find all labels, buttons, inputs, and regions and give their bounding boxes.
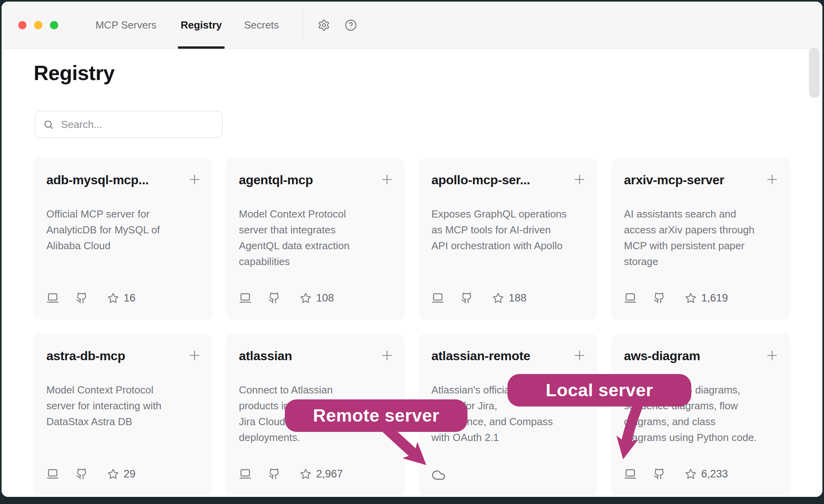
laptop-icon — [239, 468, 252, 480]
server-description: Official MCP server for AnalyticDB for M… — [46, 206, 203, 254]
github-icon — [461, 292, 473, 304]
remote-server-callout: Remote server — [285, 399, 467, 432]
search-box[interactable] — [35, 111, 223, 138]
star-count: 1,619 — [701, 292, 728, 304]
laptop-icon — [46, 292, 59, 304]
server-name: atlassian-remote — [431, 349, 564, 363]
github-icon — [76, 292, 88, 304]
add-server-button[interactable] — [572, 172, 587, 187]
add-server-button[interactable] — [572, 348, 587, 363]
server-card-adb-mysql-mcp: adb-mysql-mcp... Official MCP server for… — [34, 158, 212, 320]
help-icon[interactable] — [345, 19, 357, 31]
server-name: adb-mysql-mcp... — [46, 173, 179, 187]
star-count: 29 — [124, 468, 135, 480]
star-icon — [107, 468, 119, 480]
star-count: 108 — [316, 292, 334, 304]
github-icon — [268, 292, 280, 304]
titlebar: MCP Servers Registry Secrets — [2, 2, 822, 49]
local-server-callout: Local server — [507, 374, 691, 407]
add-server-button[interactable] — [187, 348, 202, 363]
server-card-footer — [431, 467, 446, 481]
server-card-astra-db-mcp: astra-db-mcp Model Context Protocol serv… — [34, 334, 212, 496]
server-name: agentql-mcp — [239, 173, 372, 187]
server-description: Model Context Protocol server for intera… — [46, 382, 203, 430]
star-icon — [685, 468, 696, 480]
laptop-icon — [431, 292, 444, 304]
traffic-lights — [18, 21, 58, 29]
server-name: aws-diagram — [624, 349, 757, 363]
header-divider — [303, 8, 303, 43]
page-title: Registry — [34, 61, 114, 85]
server-description: Exposes GraphQL operations as MCP tools … — [431, 206, 588, 254]
server-card-arxiv-mcp-server: arxiv-mcp-server AI assistants search an… — [611, 158, 790, 320]
scrollbar-thumb[interactable] — [809, 48, 820, 98]
minimize-window-button[interactable] — [34, 21, 42, 29]
tab-secrets[interactable]: Secrets — [244, 2, 279, 49]
star-count: 6,233 — [701, 468, 728, 480]
server-name: atlassian — [239, 349, 372, 363]
tab-mcp-servers[interactable]: MCP Servers — [95, 2, 156, 49]
server-card-footer: 29 — [46, 467, 135, 481]
zoom-window-button[interactable] — [50, 21, 58, 29]
add-server-button[interactable] — [187, 172, 202, 187]
star-count: 188 — [509, 292, 526, 304]
github-icon — [653, 468, 665, 480]
server-card-agentql-mcp: agentql-mcp Model Context Protocol serve… — [226, 158, 405, 320]
github-icon — [76, 468, 88, 480]
star-icon — [685, 292, 696, 304]
search-input[interactable] — [60, 118, 214, 131]
add-server-button[interactable] — [765, 172, 780, 187]
github-icon — [268, 468, 280, 480]
settings-gear-icon[interactable] — [318, 19, 330, 31]
star-icon — [300, 292, 311, 304]
laptop-icon — [624, 292, 637, 304]
add-server-button[interactable] — [765, 348, 780, 363]
laptop-icon — [239, 292, 252, 304]
server-card-footer: 6,233 — [624, 467, 728, 481]
server-name: arxiv-mcp-server — [624, 173, 757, 187]
server-card-footer: 16 — [46, 291, 135, 305]
tab-registry[interactable]: Registry — [181, 2, 222, 49]
server-card-footer: 2,967 — [239, 467, 343, 481]
add-server-button[interactable] — [380, 172, 395, 187]
server-card-apollo-mcp-server: apollo-mcp-ser... Exposes GraphQL operat… — [419, 158, 597, 320]
cloud-icon — [431, 468, 446, 482]
server-name: apollo-mcp-ser... — [431, 173, 564, 187]
star-icon — [107, 292, 119, 304]
star-count: 16 — [124, 292, 135, 304]
laptop-icon — [624, 468, 637, 480]
server-card-footer: 1,619 — [624, 291, 728, 305]
server-card-footer: 108 — [239, 291, 334, 305]
github-icon — [653, 292, 665, 304]
close-window-button[interactable] — [18, 21, 27, 29]
server-card-aws-diagram: aws-diagram Generate AWS diagrams, seque… — [611, 334, 790, 496]
server-description: AI assistants search and access arXiv pa… — [624, 206, 780, 269]
registry-card-grid: adb-mysql-mcp... Official MCP server for… — [34, 158, 790, 496]
star-icon — [300, 468, 311, 480]
add-server-button[interactable] — [380, 348, 395, 363]
server-card-footer: 188 — [431, 291, 526, 305]
active-tab-indicator — [178, 46, 225, 49]
star-icon — [492, 292, 504, 304]
search-icon — [43, 119, 54, 130]
star-count: 2,967 — [316, 468, 343, 480]
server-name: astra-db-mcp — [46, 349, 179, 363]
laptop-icon — [46, 468, 59, 480]
server-description: Model Context Protocol server that integ… — [239, 206, 395, 269]
